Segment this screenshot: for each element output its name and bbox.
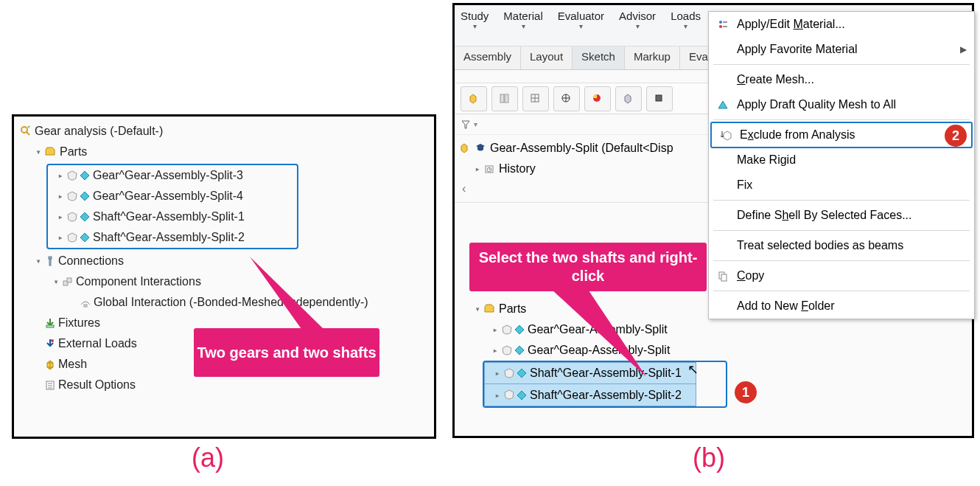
ctx-define-shell[interactable]: Define Shell By Selected Faces...	[709, 203, 974, 228]
assembly-title: Gear-Assembly-Split (Default<Disp	[490, 142, 673, 155]
dropdown-icon[interactable]: ▾	[473, 22, 477, 30]
tab-sketch[interactable]: Sketch	[573, 46, 625, 69]
study-root[interactable]: Gear analysis (-Default-)	[17, 121, 431, 142]
body-icons	[504, 368, 527, 379]
tool-button[interactable]	[646, 86, 673, 111]
ctx-apply-favorite-material[interactable]: Apply Favorite Material ▶	[709, 37, 974, 62]
component-interactions-node[interactable]: ▾ Component Interactions	[17, 271, 431, 292]
part-row[interactable]: ▸ Shaft^Gear-Assembly-Split-2	[48, 227, 297, 248]
twisty-icon[interactable]: ▸	[55, 191, 66, 201]
twisty-icon[interactable]: ▾	[33, 256, 43, 266]
part-row[interactable]: ▸ Gear^Gear-Assembly-Split	[456, 319, 970, 340]
copy-icon	[715, 271, 732, 282]
twisty-icon[interactable]: ▸	[55, 212, 66, 222]
submenu-icon: ▶	[960, 44, 967, 55]
twisty-icon[interactable]: ▸	[472, 164, 483, 174]
callout-a-text: Two gears and two shafts	[197, 344, 377, 362]
global-interaction-icon	[80, 297, 91, 308]
tab-markup[interactable]: Markup	[625, 46, 680, 69]
ctx-apply-draft-mesh[interactable]: Apply Draft Quality Mesh to All	[709, 92, 974, 117]
menu-advisor[interactable]: Advisor▾	[617, 8, 657, 46]
fixtures-label: Fixtures	[58, 316, 100, 330]
twisty-icon[interactable]: ▸	[55, 170, 66, 181]
connections-label: Connections	[58, 254, 124, 268]
tab-assembly[interactable]: Assembly	[455, 46, 521, 69]
menu-study[interactable]: Study▾	[459, 8, 490, 46]
parts-label: Parts	[499, 302, 526, 316]
ctx-treat-as-beams[interactable]: Treat selected bodies as beams	[709, 233, 974, 258]
dropdown-icon[interactable]: ▾	[684, 22, 687, 30]
tool-button[interactable]	[461, 86, 487, 111]
exclude-icon	[718, 130, 735, 141]
menu-separator	[713, 119, 970, 120]
parts-node[interactable]: ▾ Parts	[17, 142, 431, 162]
dropdown-icon[interactable]: ▾	[636, 22, 640, 30]
parts-label: Parts	[60, 145, 87, 159]
ctx-make-rigid[interactable]: Make Rigid	[709, 147, 974, 173]
menu-loads[interactable]: Loads▾	[669, 8, 702, 46]
twisty-icon[interactable]: ▾	[51, 277, 61, 287]
caption-a: (a)	[192, 442, 224, 473]
ctx-copy[interactable]: Copy	[709, 263, 974, 288]
menu-evaluator[interactable]: Evaluator▾	[556, 8, 606, 46]
step-badge-2: 2	[945, 125, 967, 147]
menu-separator	[713, 230, 970, 231]
part-row[interactable]: ▸ Gear^Gear-Assembly-Split-3	[48, 165, 297, 186]
part-row[interactable]: ▸ Shaft^Gear-Assembly-Split-1	[48, 206, 297, 227]
twisty-icon[interactable]: ▾	[33, 147, 43, 157]
callout-b-pointer	[536, 288, 668, 384]
part-row-selected[interactable]: ▸ Shaft^Gear-Assembly-Split-2	[484, 384, 696, 406]
study-label: Gear analysis (-Default-)	[35, 125, 163, 138]
twisty-icon[interactable]: ▸	[492, 368, 503, 378]
callout-a-pointer	[250, 249, 338, 338]
dropdown-icon[interactable]: ▾	[579, 22, 583, 30]
tool-button[interactable]	[522, 86, 549, 111]
dropdown-icon[interactable]: ▾	[522, 22, 525, 30]
display-state-icon	[475, 142, 487, 154]
body-icons	[67, 170, 90, 181]
fixtures-icon	[45, 318, 55, 329]
twisty-icon[interactable]: ▸	[55, 232, 66, 243]
body-icons	[502, 324, 525, 336]
twisty-icon[interactable]: ▾	[472, 304, 483, 314]
ctx-create-mesh[interactable]: Create Mesh...	[709, 67, 974, 92]
dropdown-icon[interactable]: ▾	[474, 120, 477, 128]
twisty-icon[interactable]: ▸	[490, 345, 500, 355]
part-row[interactable]: ▸ Gear^Geap-Assembly-Split	[456, 340, 970, 361]
tool-button[interactable]	[491, 86, 518, 111]
callout-b-text: Select the two shafts and right-click	[469, 249, 707, 285]
result-options-node[interactable]: Result Options	[17, 375, 431, 395]
mesh-label: Mesh	[58, 358, 87, 371]
menu-material[interactable]: Material▾	[502, 8, 544, 46]
caption-b: (b)	[693, 442, 725, 473]
ctx-add-to-new-folder[interactable]: Add to New Folder	[709, 294, 974, 319]
ctx-apply-edit-material[interactable]: Apply/Edit Material...	[709, 12, 974, 37]
study-icon	[20, 125, 32, 137]
body-icons	[504, 389, 527, 400]
tab-layout[interactable]: Layout	[521, 46, 573, 69]
ctx-exclude-from-analysis[interactable]: Exclude from Analysis 2	[710, 122, 973, 148]
connections-node[interactable]: ▾ Connections	[17, 251, 431, 271]
filter-icon	[461, 119, 472, 130]
draft-mesh-icon	[715, 100, 732, 110]
material-list-icon	[715, 19, 732, 29]
history-icon	[484, 164, 496, 174]
global-interaction-node[interactable]: Global Interaction (-Bonded-Meshed indep…	[17, 292, 431, 313]
menu-separator	[713, 291, 970, 291]
menu-separator	[713, 200, 970, 201]
callout-b: Select the two shafts and right-click	[469, 243, 707, 291]
parts-icon	[45, 147, 57, 157]
part-label: Shaft^Gear-Assembly-Split-2	[530, 389, 682, 402]
mesh-icon	[45, 359, 55, 370]
body-icons	[67, 212, 90, 223]
tool-button[interactable]	[615, 86, 642, 111]
tool-button[interactable]	[553, 86, 580, 111]
part-row[interactable]: ▸ Gear^Gear-Assembly-Split-4	[48, 186, 297, 206]
history-label: History	[499, 162, 536, 176]
panel-b: Study▾ Material▾ Evaluator▾ Advisor▾ Loa…	[452, 3, 974, 438]
step-badge-1: 1	[735, 381, 757, 403]
tool-button[interactable]	[584, 86, 611, 111]
ctx-fix[interactable]: Fix	[709, 173, 974, 198]
twisty-icon[interactable]: ▸	[490, 324, 500, 335]
twisty-icon[interactable]: ▸	[492, 390, 503, 400]
